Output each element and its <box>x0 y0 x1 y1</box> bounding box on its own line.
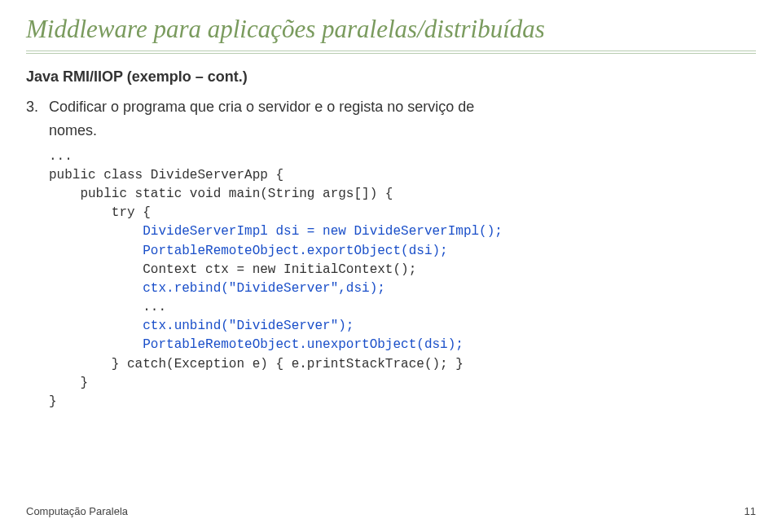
step-number: 3. <box>26 95 49 119</box>
code-block: ... public class DivideServerApp { publi… <box>26 147 756 412</box>
code-l3: try { <box>49 205 151 220</box>
code-l5b: PortableRemoteObject.exportObject(dsi); <box>143 244 447 258</box>
page-title: Middleware para aplicações paralelas/dis… <box>0 0 782 51</box>
code-l7b: ctx.rebind("DivideServer",dsi); <box>143 281 385 296</box>
code-l9a <box>49 319 143 333</box>
title-divider <box>26 51 756 54</box>
code-l5a <box>49 244 143 258</box>
code-l10a <box>49 337 143 352</box>
page-number: 11 <box>745 505 756 517</box>
code-l4a <box>49 224 143 239</box>
code-l7a <box>49 281 143 296</box>
code-l0: ... <box>49 149 72 164</box>
step-text-line2: nomes. <box>26 119 756 143</box>
code-l2: public static void main(String args[]) { <box>49 187 393 201</box>
code-l9b: ctx.unbind("DivideServer"); <box>143 319 354 333</box>
step-text-line1: Codificar o programa que cria o servidor… <box>49 99 474 115</box>
footer-left: Computação Paralela <box>26 505 128 517</box>
code-l11: } catch(Exception e) { e.printStackTrace… <box>49 357 463 372</box>
code-l4b: DivideServerImpl dsi = new DivideServerI… <box>143 224 503 239</box>
step-3: 3.Codificar o programa que cria o servid… <box>26 95 756 143</box>
code-l12: } <box>49 376 88 390</box>
code-l10b: PortableRemoteObject.unexportObject(dsi)… <box>143 337 463 352</box>
code-l8: ... <box>49 300 166 314</box>
code-l1: public class DivideServerApp { <box>49 168 283 182</box>
section-heading: Java RMI/IIOP (exemplo – cont.) <box>26 68 756 86</box>
content-area: Java RMI/IIOP (exemplo – cont.) 3.Codifi… <box>0 68 782 411</box>
code-l13: } <box>49 394 57 409</box>
code-l6: Context ctx = new InitialContext(); <box>49 262 416 277</box>
footer: Computação Paralela 11 <box>26 505 756 517</box>
